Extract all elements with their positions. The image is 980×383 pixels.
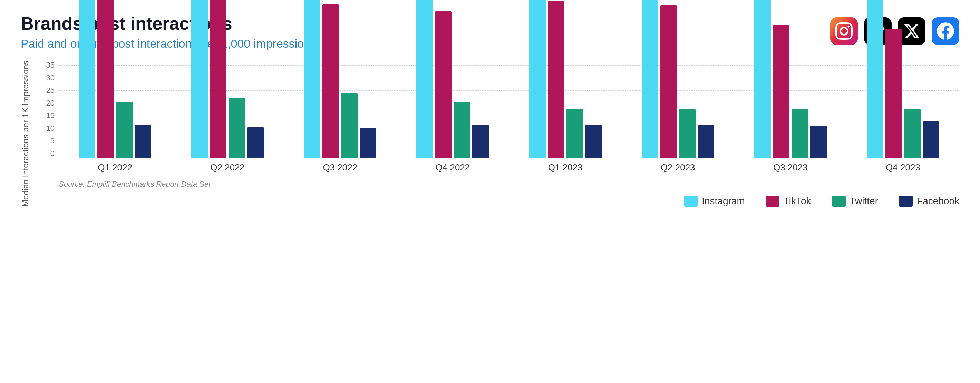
twitter-icon [898, 17, 926, 45]
tiktok-bar [660, 5, 677, 158]
quarter-group [622, 61, 734, 158]
instagram-bar [754, 0, 771, 158]
tiktok-bar [97, 0, 114, 158]
x-tick-label: Q2 2023 [622, 162, 734, 173]
legend-label: TikTok [784, 195, 811, 207]
x-tick-label: Q4 2023 [847, 162, 959, 173]
x-tick-label: Q3 2022 [284, 162, 396, 173]
y-tick-label: 15 [37, 111, 54, 120]
instagram-bar [79, 0, 95, 158]
main-title: Brands post interactions [21, 14, 316, 33]
legend-label: Facebook [917, 195, 959, 207]
legend-item-twitter: Twitter [832, 195, 878, 207]
twitter-bar [341, 93, 358, 158]
source-text: Source: Emplifi Benchmarks Report Data S… [59, 180, 959, 189]
y-tick-label: 35 [37, 61, 54, 70]
title-block: Brands post interactions Paid and organi… [21, 14, 316, 50]
legend-item-instagram: Instagram [684, 195, 745, 207]
quarter-group [59, 61, 171, 158]
legend-swatch [899, 195, 913, 207]
facebook-bar [923, 121, 939, 158]
x-tick-label: Q1 2022 [59, 162, 171, 173]
quarter-group [847, 61, 959, 158]
y-axis-label: Median Interactions per 1K Impressions [21, 61, 30, 207]
y-tick-label: 10 [37, 124, 54, 133]
legend: InstagramTikTokTwitterFacebook [37, 195, 959, 207]
x-tick-label: Q2 2022 [171, 162, 284, 173]
y-tick-label: 20 [37, 99, 54, 108]
twitter-bar [116, 102, 132, 158]
subtitle: Paid and organic post interactions per 1… [21, 37, 316, 50]
chart-container: Median Interactions per 1K Impressions 3… [21, 61, 959, 207]
instagram-bar [416, 0, 433, 158]
x-tick-label: Q4 2022 [396, 162, 509, 173]
facebook-bar [247, 127, 264, 158]
instagram-icon [830, 17, 858, 45]
facebook-bar [135, 125, 151, 158]
quarter-group [284, 61, 396, 158]
legend-item-facebook: Facebook [899, 195, 959, 207]
facebook-bar [810, 126, 827, 158]
instagram-bar [304, 0, 320, 158]
x-tick-label: Q3 2023 [734, 162, 847, 173]
instagram-bar [191, 0, 208, 158]
twitter-bar [453, 102, 470, 158]
facebook-icon [932, 17, 959, 45]
quarter-group [734, 61, 847, 158]
legend-swatch [766, 195, 780, 207]
grid-and-bars: 35302520151050 [37, 61, 959, 158]
instagram-bar [867, 0, 883, 158]
facebook-bar [472, 125, 489, 158]
tiktok-bar [773, 25, 789, 158]
y-tick-label: 25 [37, 86, 54, 95]
x-axis: Q1 2022Q2 2022Q3 2022Q4 2022Q1 2023Q2 20… [59, 162, 959, 173]
quarter-group [396, 61, 509, 158]
bars-area [59, 61, 959, 158]
twitter-bar [792, 109, 808, 158]
tiktok-bar [548, 1, 565, 158]
quarter-group [509, 61, 622, 158]
legend-item-tiktok: TikTok [766, 195, 811, 207]
twitter-bar [904, 109, 921, 158]
quarter-group [171, 61, 284, 158]
y-tick-label: 0 [37, 149, 54, 158]
legend-label: Instagram [702, 195, 745, 207]
tiktok-bar [322, 5, 339, 158]
legend-label: Twitter [850, 195, 878, 207]
twitter-bar [229, 98, 245, 158]
instagram-bar [529, 0, 546, 158]
tiktok-bar [885, 29, 902, 158]
page-header: Brands post interactions Paid and organi… [21, 14, 959, 50]
instagram-bar [642, 0, 658, 158]
x-tick-label: Q1 2023 [509, 162, 622, 173]
facebook-bar [585, 125, 602, 158]
legend-swatch [832, 195, 846, 207]
y-tick-label: 5 [37, 136, 54, 145]
chart-inner: 35302520151050 Q1 2022Q2 2022Q3 2022Q4 2… [37, 61, 959, 207]
tiktok-bar [210, 0, 226, 158]
y-tick-label: 30 [37, 73, 54, 83]
tiktok-bar [435, 11, 452, 158]
facebook-bar [698, 125, 714, 158]
twitter-bar [566, 109, 583, 158]
legend-swatch [684, 195, 698, 207]
twitter-bar [679, 109, 695, 158]
facebook-bar [360, 128, 376, 158]
